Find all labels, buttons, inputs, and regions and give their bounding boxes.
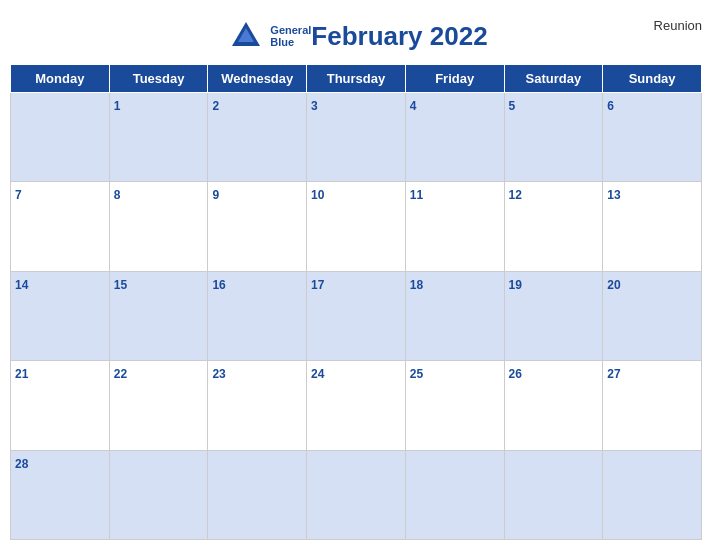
day-number: 26 [509, 367, 522, 381]
calendar-cell: 4 [405, 93, 504, 182]
calendar-cell: 10 [307, 182, 406, 271]
logo-icon [224, 18, 268, 54]
calendar-cell: 16 [208, 271, 307, 360]
calendar-cell: 3 [307, 93, 406, 182]
calendar-header: General Blue February 2022 Reunion [10, 10, 702, 58]
week-row-1: 123456 [11, 93, 702, 182]
calendar-cell: 8 [109, 182, 208, 271]
calendar-cell: 17 [307, 271, 406, 360]
day-number: 6 [607, 99, 614, 113]
calendar-cell: 5 [504, 93, 603, 182]
calendar-table: Monday Tuesday Wednesday Thursday Friday… [10, 64, 702, 540]
calendar-cell: 1 [109, 93, 208, 182]
calendar-cell: 21 [11, 361, 110, 450]
calendar-cell: 9 [208, 182, 307, 271]
day-number: 17 [311, 278, 324, 292]
day-number: 15 [114, 278, 127, 292]
header-monday: Monday [11, 65, 110, 93]
day-number: 25 [410, 367, 423, 381]
weekday-header-row: Monday Tuesday Wednesday Thursday Friday… [11, 65, 702, 93]
day-number: 3 [311, 99, 318, 113]
calendar-cell [109, 450, 208, 539]
day-number: 27 [607, 367, 620, 381]
calendar-cell: 2 [208, 93, 307, 182]
day-number: 21 [15, 367, 28, 381]
day-number: 7 [15, 188, 22, 202]
day-number: 19 [509, 278, 522, 292]
header-friday: Friday [405, 65, 504, 93]
calendar-cell: 11 [405, 182, 504, 271]
logo-general: General [270, 24, 311, 36]
calendar-cell: 14 [11, 271, 110, 360]
day-number: 13 [607, 188, 620, 202]
month-title: February 2022 [311, 21, 487, 52]
calendar-cell: 12 [504, 182, 603, 271]
week-row-4: 21222324252627 [11, 361, 702, 450]
day-number: 22 [114, 367, 127, 381]
calendar-cell [603, 450, 702, 539]
day-number: 12 [509, 188, 522, 202]
day-number: 11 [410, 188, 423, 202]
header-tuesday: Tuesday [109, 65, 208, 93]
calendar-cell [405, 450, 504, 539]
calendar-cell: 6 [603, 93, 702, 182]
logo-blue: Blue [270, 36, 311, 48]
day-number: 20 [607, 278, 620, 292]
calendar-cell: 15 [109, 271, 208, 360]
day-number: 10 [311, 188, 324, 202]
calendar-cell: 13 [603, 182, 702, 271]
day-number: 14 [15, 278, 28, 292]
calendar-cell [307, 450, 406, 539]
day-number: 8 [114, 188, 121, 202]
calendar-cell [208, 450, 307, 539]
day-number: 18 [410, 278, 423, 292]
header-wednesday: Wednesday [208, 65, 307, 93]
day-number: 1 [114, 99, 121, 113]
calendar-cell: 24 [307, 361, 406, 450]
calendar-cell: 23 [208, 361, 307, 450]
logo: General Blue [224, 18, 311, 54]
calendar-cell: 25 [405, 361, 504, 450]
calendar-cell [504, 450, 603, 539]
week-row-5: 28 [11, 450, 702, 539]
calendar-cell: 28 [11, 450, 110, 539]
day-number: 24 [311, 367, 324, 381]
day-number: 4 [410, 99, 417, 113]
header-thursday: Thursday [307, 65, 406, 93]
day-number: 2 [212, 99, 219, 113]
week-row-3: 14151617181920 [11, 271, 702, 360]
day-number: 9 [212, 188, 219, 202]
calendar-cell [11, 93, 110, 182]
calendar-cell: 19 [504, 271, 603, 360]
day-number: 23 [212, 367, 225, 381]
calendar-cell: 26 [504, 361, 603, 450]
day-number: 5 [509, 99, 516, 113]
calendar-cell: 7 [11, 182, 110, 271]
region-label: Reunion [654, 18, 702, 33]
week-row-2: 78910111213 [11, 182, 702, 271]
calendar-cell: 18 [405, 271, 504, 360]
calendar-cell: 22 [109, 361, 208, 450]
header-saturday: Saturday [504, 65, 603, 93]
day-number: 28 [15, 457, 28, 471]
header-sunday: Sunday [603, 65, 702, 93]
day-number: 16 [212, 278, 225, 292]
calendar-cell: 27 [603, 361, 702, 450]
calendar-cell: 20 [603, 271, 702, 360]
